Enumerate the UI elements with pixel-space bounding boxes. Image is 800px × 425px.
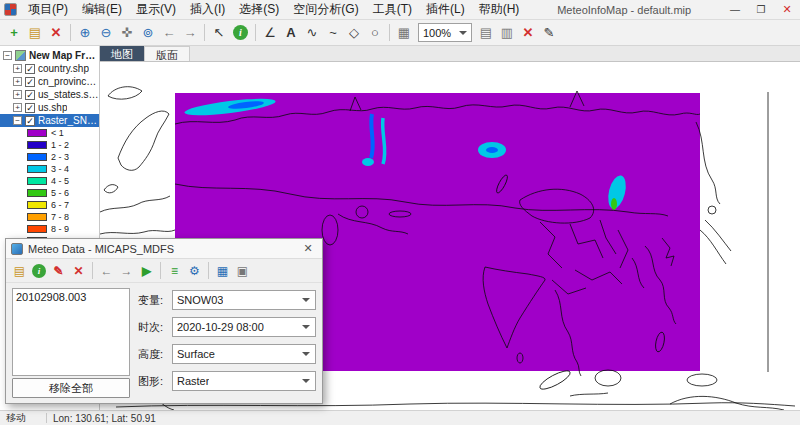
menu-tools[interactable]: 工具(T) (366, 0, 419, 19)
remove-graphics-icon[interactable]: ✕ (518, 23, 538, 43)
tab-map[interactable]: 地图 (100, 46, 144, 61)
ellipse-draw-icon[interactable]: ○ (365, 23, 385, 43)
level-select[interactable]: Surface (172, 344, 316, 364)
previous-time-icon[interactable]: ← (97, 261, 116, 280)
menu-help[interactable]: 帮助(H) (472, 0, 527, 19)
close-button[interactable]: ✕ (774, 0, 800, 19)
window-title: MeteoInfoMap - default.mip (526, 4, 722, 16)
layer-label: Raster_SNOW03_Surfa (38, 115, 99, 126)
expand-icon[interactable]: + (13, 103, 22, 112)
chevron-down-icon[interactable] (299, 319, 313, 335)
legend-item[interactable]: 3 - 4 (0, 163, 99, 175)
legend-item[interactable]: 2 - 3 (0, 151, 99, 163)
map-frame-node[interactable]: − New Map Frame (0, 48, 99, 62)
data-file-list[interactable]: 20102908.003 (12, 288, 130, 376)
chevron-down-icon[interactable] (299, 373, 313, 389)
remove-data-icon[interactable]: ✕ (69, 261, 88, 280)
field-column: 变量: SNOW03 时次: 2020-10-29 08:00 高度: Surf… (138, 288, 316, 398)
dialog-chart-icon[interactable]: ▦ (213, 261, 232, 280)
toolbar-separator (160, 262, 161, 279)
close-project-icon[interactable]: ✕ (46, 23, 66, 43)
layer-checkbox[interactable]: ✓ (25, 64, 35, 74)
menu-view[interactable]: 显示(V) (129, 0, 183, 19)
menu-geoprocessing[interactable]: 空间分析(G) (286, 0, 365, 19)
time-select[interactable]: 2020-10-29 08:00 (172, 317, 316, 337)
full-extent-icon[interactable]: ⊚ (138, 23, 158, 43)
identify-icon[interactable]: i (233, 25, 248, 40)
layer-item-us[interactable]: + ✓ us.shp (0, 101, 99, 114)
open-data-icon[interactable]: ▤ (10, 261, 29, 280)
legend-swatch (27, 165, 47, 173)
collapse-icon[interactable]: − (13, 116, 22, 125)
legend-swatch (27, 129, 47, 137)
zoom-level-combo[interactable]: 100% (418, 23, 472, 42)
remove-all-button[interactable]: 移除全部 (12, 378, 130, 398)
legend-swatch (27, 141, 47, 149)
settings-icon[interactable]: ⚙ (185, 261, 204, 280)
draw-data-icon[interactable]: ✎ (49, 261, 68, 280)
polygon-draw-icon[interactable]: ◇ (344, 23, 364, 43)
tab-layout[interactable]: 版面 (144, 46, 190, 61)
menu-insert[interactable]: 插入(I) (183, 0, 232, 19)
next-extent-icon[interactable]: → (180, 23, 200, 43)
layer-item-country[interactable]: + ✓ country.shp (0, 62, 99, 75)
select-cursor-icon[interactable]: ↖ (209, 23, 229, 43)
menu-edit[interactable]: 编辑(E) (75, 0, 129, 19)
dialog-titlebar[interactable]: Meteo Data - MICAPS_MDFS ✕ (6, 239, 322, 259)
open-project-icon[interactable]: ▤ (25, 23, 45, 43)
legend-item[interactable]: 4 - 5 (0, 175, 99, 187)
list-item[interactable]: 20102908.003 (13, 290, 129, 304)
minimize-button[interactable]: — (722, 0, 748, 19)
data-list-icon[interactable]: ≡ (165, 261, 184, 280)
legend-item[interactable]: 8 - 9 (0, 223, 99, 235)
toolbar-separator (92, 262, 93, 279)
dialog-close-icon[interactable]: ✕ (299, 242, 317, 255)
dialog-body: 20102908.003 移除全部 变量: SNOW03 时次: 2020-10… (6, 283, 322, 403)
layer-item-raster-snow03[interactable]: − ✓ Raster_SNOW03_Surfa (0, 114, 99, 127)
variable-select[interactable]: SNOW03 (172, 290, 316, 310)
legend-item[interactable]: 5 - 6 (0, 187, 99, 199)
legend-item[interactable]: 6 - 7 (0, 199, 99, 211)
layer-item-cn-province[interactable]: + ✓ cn_province.shp (0, 75, 99, 88)
edit-icon[interactable]: ✎ (539, 23, 559, 43)
new-project-icon[interactable]: + (4, 23, 24, 43)
expand-icon[interactable]: + (13, 77, 22, 86)
image-icon[interactable]: ▣ (233, 261, 252, 280)
time-field-row: 时次: 2020-10-29 08:00 (138, 317, 316, 337)
layer-checkbox[interactable]: ✓ (25, 77, 35, 87)
curve-draw-icon[interactable]: ~ (323, 23, 343, 43)
animate-icon[interactable]: ▶ (137, 261, 156, 280)
measure-icon[interactable]: ∠ (260, 23, 280, 43)
grid-icon[interactable]: ▤ (476, 23, 496, 43)
plot-type-select[interactable]: Raster (172, 371, 316, 391)
layer-checkbox[interactable]: ✓ (25, 116, 35, 126)
maximize-button[interactable]: ❐ (748, 0, 774, 19)
zoom-out-icon[interactable]: ⊖ (96, 23, 116, 43)
polyline-draw-icon[interactable]: ∿ (302, 23, 322, 43)
previous-extent-icon[interactable]: ← (159, 23, 179, 43)
legend-label: 4 - 5 (51, 176, 69, 186)
layer-checkbox[interactable]: ✓ (25, 90, 35, 100)
layer-item-us-states[interactable]: + ✓ us_states.shp (0, 88, 99, 101)
chart-icon[interactable]: ▥ (497, 23, 517, 43)
menu-project[interactable]: 项目(P) (21, 0, 75, 19)
expand-icon[interactable]: + (13, 64, 22, 73)
label-text-icon[interactable]: A (281, 23, 301, 43)
chevron-down-icon[interactable] (299, 292, 313, 308)
expand-icon[interactable]: + (13, 90, 22, 99)
menu-selection[interactable]: 选择(S) (232, 0, 286, 19)
chevron-down-icon[interactable] (299, 346, 313, 362)
legend-label: 2 - 3 (51, 152, 69, 162)
layout-icon[interactable]: ▦ (394, 23, 414, 43)
collapse-icon[interactable]: − (3, 51, 12, 60)
zoom-in-icon[interactable]: ⊕ (75, 23, 95, 43)
data-info-icon[interactable]: i (32, 264, 46, 278)
layer-checkbox[interactable]: ✓ (25, 103, 35, 113)
legend-item[interactable]: < 1 (0, 127, 99, 139)
next-time-icon[interactable]: → (117, 261, 136, 280)
menu-plugins[interactable]: 插件(L) (419, 0, 472, 19)
pan-icon[interactable]: ✜ (117, 23, 137, 43)
main-toolbar: + ▤ ✕ ⊕ ⊖ ✜ ⊚ ← → ↖ i ∠ A ∿ ~ ◇ ○ ▦ 100%… (0, 20, 800, 46)
legend-item[interactable]: 1 - 2 (0, 139, 99, 151)
legend-item[interactable]: 7 - 8 (0, 211, 99, 223)
